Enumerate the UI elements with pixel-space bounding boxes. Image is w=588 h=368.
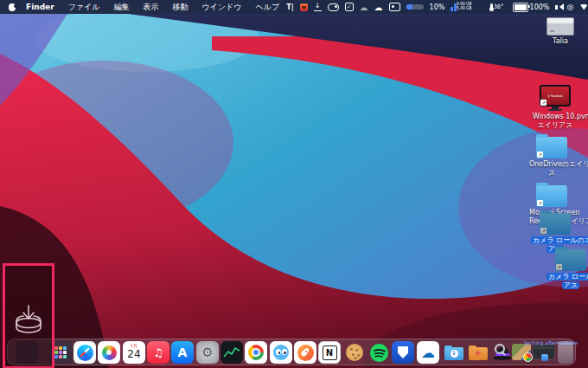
dock-chrome-icon[interactable] [245,341,267,364]
dock-safari-icon[interactable] [74,341,96,364]
menu-file[interactable]: ファイル [61,0,107,14]
temperature-value: 38° [494,3,503,10]
temperature-item[interactable]: 38° [490,3,506,11]
launchpad-grid [54,346,58,350]
icon-label-line2: エイリアス [536,121,575,129]
green-chart-icon [220,341,243,364]
download-manager-icon[interactable]: ↓ [314,3,322,11]
battery-percent: 100% [530,3,550,11]
icon-label-line2: アス [562,281,579,289]
dock-minimized-window-2[interactable] [533,345,555,359]
dock-spotify-icon[interactable] [368,341,390,364]
orange-folder-shape: ★ [469,347,488,360]
gear-icon: ⚙ [196,341,219,364]
bird-pupil-left [278,352,281,354]
dock-cookie-icon[interactable] [343,341,366,364]
cloud-outline-icon[interactable]: ☁ [360,3,368,12]
partial-desktop-label: teching after-ya blue [524,339,578,345]
downloads-folder-shape: ↓ [444,347,463,360]
toggle-switch-icon[interactable] [328,3,339,11]
dock-calendar-icon[interactable]: 5月 24 [123,341,145,364]
cookie-dots [350,348,353,351]
chrome-badge-icon [523,352,533,362]
dock-twitterrific-icon[interactable] [270,341,292,364]
menu-bar: Finder ファイル 編集 表示 移動 ウインドウ ヘルプ T| ↓ ✓ ☁ … [0,0,588,14]
dock-rocket-icon[interactable] [294,341,316,364]
folder-icon [536,137,567,158]
progress-bar[interactable] [406,4,424,10]
todo-check-icon[interactable]: ✓ [345,3,354,11]
desktop-icon-camera-roll-alias-2[interactable]: カメラ ロールのエイリ アス [546,249,588,290]
menu-go[interactable]: 移動 [165,0,195,14]
spotify-waves-icon [370,344,388,362]
desktop-icon-windows10-pvm[interactable]: ‖ Parallels Windows 10.pvmの エイリアス [531,85,579,130]
battery-icon [513,3,528,12]
text-tool-icon[interactable]: T| [286,3,293,11]
folder-icon [536,185,567,207]
menu-view[interactable]: 表示 [136,0,165,14]
finder-badge-icon [541,354,548,361]
dock-chart-app-icon[interactable] [220,341,243,364]
download-drop-zone[interactable] [3,263,54,368]
net-down-speed: 5.49 GB [457,8,472,10]
rocket-window [305,351,308,353]
icon-label: カメラ ロールのエイリ [546,273,588,281]
download-tray-icon [5,266,52,366]
photos-center [106,350,112,355]
menu-app-finder[interactable]: Finder [19,0,61,14]
calendar-day: 24 [123,349,145,360]
window-titlebar [534,346,553,349]
notion-letter: N [323,345,337,360]
big-sur-wallpaper [0,0,588,368]
cpu-percent[interactable]: 10% [430,3,445,11]
parallels-vm-icon: ‖ Parallels [540,85,571,107]
wifi-icon[interactable] [579,4,588,10]
music-note-glyph: ♫ [147,341,169,364]
star-icon: ★ [474,348,482,358]
folder-icon [540,213,571,235]
thermometer-icon [490,3,493,10]
screen-capture-icon[interactable] [389,3,400,11]
download-arrow-icon: ↓ [451,350,458,358]
dock-games-folder-icon[interactable]: ★ [467,341,489,364]
alfred-hat-brim [493,356,512,360]
desktop-icon-onedrive-alias[interactable]: OneDriveのエイリア ス [527,137,576,178]
macos-desktop: { "menu_bar": { "menus": ["Finder", "ファイ… [0,0,588,368]
alias-arrow-icon [537,200,543,206]
dock-bitwarden-icon[interactable] [392,341,414,364]
icon-label: Windows 10.pvmの [531,113,588,120]
network-monitor[interactable]: 9.90 GB 5.49 GB [451,3,484,10]
dock-trash-icon[interactable] [558,343,573,364]
calendar-month: 5月 [131,344,137,348]
dock-alfred-icon[interactable] [491,341,514,364]
icon-label-line2: ス [546,169,557,177]
movavi-status-icon[interactable] [300,3,308,11]
record-icon[interactable]: ◎ [566,3,573,11]
appstore-letter: A [171,341,194,364]
dock-music-icon[interactable]: ♫ [147,341,169,364]
onedrive-cloud-icon: ☁ [417,341,439,364]
icon-label: カメラ ロールのエイリ [531,236,588,244]
parallels-logo-text: ‖ Parallels [547,94,562,98]
apple-menu-icon[interactable] [9,3,16,11]
dock-downloads-folder-icon[interactable]: ↓ [443,341,465,364]
battery-item[interactable]: 100% [513,3,550,12]
alias-arrow-icon [540,228,546,234]
dock-system-preferences-icon[interactable]: ⚙ [196,341,219,364]
volume-icon[interactable] [555,5,558,10]
menu-window[interactable]: ウインドウ [195,0,248,14]
dock-photos-icon[interactable] [98,341,120,364]
dock-appstore-icon[interactable]: A [171,341,194,364]
dock-divider [438,342,438,363]
icon-label: OneDriveのエイリア [527,160,588,168]
chrome-center [253,350,259,355]
cloud-filled-icon[interactable]: ☁ [374,3,383,12]
menu-help[interactable]: ヘルプ [249,0,287,14]
bird-pupil-right [284,352,286,354]
dock-onedrive-icon[interactable]: ☁ [417,341,439,364]
dock-notion-icon[interactable]: N [318,341,341,364]
folder-icon [555,249,586,271]
safari-needle [80,347,89,357]
menu-edit[interactable]: 編集 [106,0,136,14]
dock-minimized-window-1[interactable] [512,344,531,360]
